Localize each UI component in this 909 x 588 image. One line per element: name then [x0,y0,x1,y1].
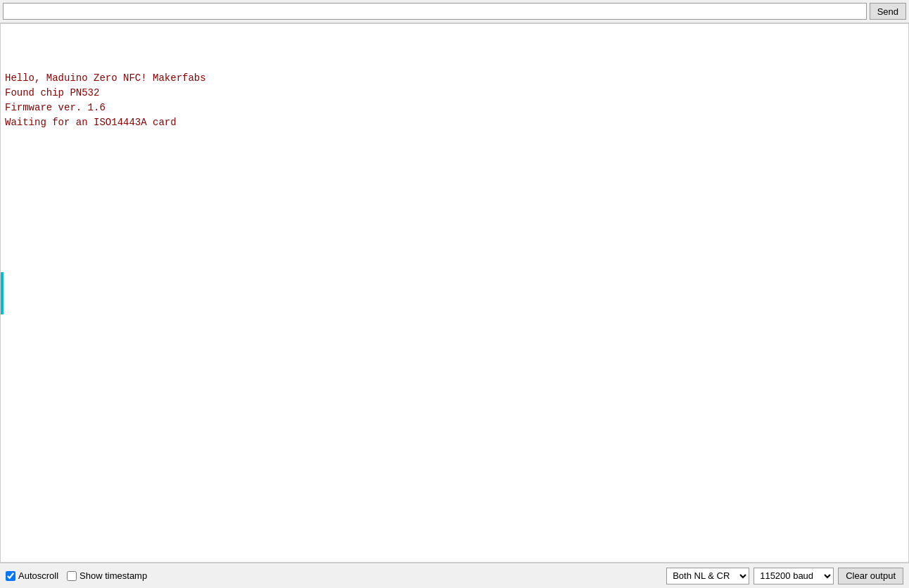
top-bar: Send [0,0,909,23]
output-line: Hello, Maduino Zero NFC! Makerfabs [5,71,904,86]
autoscroll-label: Autoscroll [18,570,58,581]
show-timestamp-checkbox[interactable] [67,571,77,581]
timestamp-group: Show timestamp [67,570,147,581]
scroll-indicator [1,272,4,314]
show-timestamp-label: Show timestamp [80,570,147,581]
autoscroll-checkbox[interactable] [6,571,15,581]
output-line: Found chip PN532 [5,86,904,101]
output-area[interactable]: Hello, Maduino Zero NFC! MakerfabsFound … [0,23,909,563]
autoscroll-group: Autoscroll [6,570,58,581]
output-lines: Hello, Maduino Zero NFC! MakerfabsFound … [5,71,904,130]
bottom-right: No line endingNewlineCarriage returnBoth… [666,568,903,584]
serial-input[interactable] [3,3,867,20]
output-line: Firmware ver. 1.6 [5,101,904,115]
bottom-bar: Autoscroll Show timestamp No line ending… [0,563,909,588]
serial-monitor: Send Hello, Maduino Zero NFC! MakerfabsF… [0,0,909,588]
output-line: Waiting for an ISO14443A card [5,115,904,130]
baud-rate-dropdown[interactable]: 300 baud1200 baud2400 baud4800 baud9600 … [754,568,834,584]
line-ending-dropdown[interactable]: No line endingNewlineCarriage returnBoth… [666,568,749,584]
clear-output-button[interactable]: Clear output [838,568,903,584]
send-button[interactable]: Send [870,3,906,20]
